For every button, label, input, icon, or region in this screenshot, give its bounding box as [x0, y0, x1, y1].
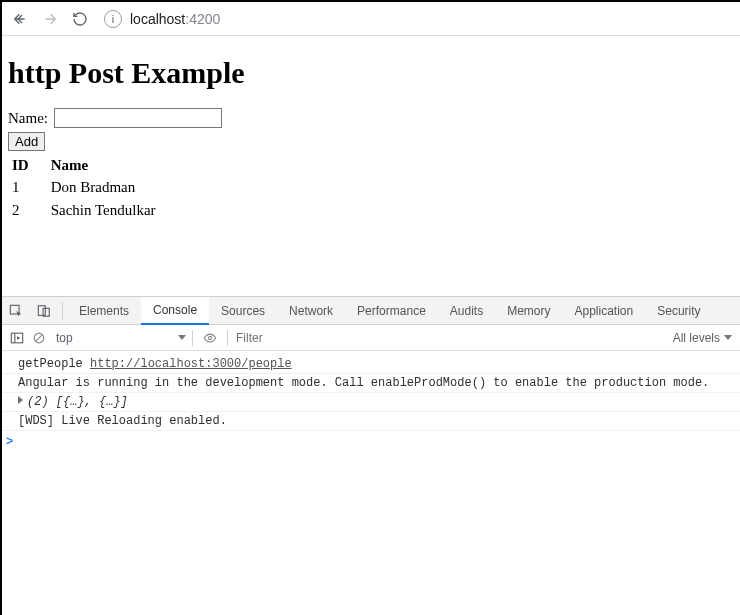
table-row: 2 Sachin Tendulkar: [8, 199, 174, 222]
tab-application[interactable]: Application: [563, 297, 646, 325]
chevron-down-icon: [178, 335, 186, 340]
tab-sources[interactable]: Sources: [209, 297, 277, 325]
console-output: getPeople http://localhost:3000/people A…: [2, 351, 740, 615]
address-bar[interactable]: localhost:4200: [130, 11, 220, 27]
console-line: [WDS] Live Reloading enabled.: [2, 412, 740, 431]
svg-marker-6: [17, 336, 21, 340]
name-form-row: Name:: [8, 108, 734, 128]
arrow-left-icon: [12, 11, 28, 27]
eye-icon: [203, 331, 217, 345]
console-line[interactable]: (2) [{…}, {…}]: [2, 393, 740, 412]
tab-network[interactable]: Network: [277, 297, 345, 325]
log-levels-selector[interactable]: All levels: [673, 331, 736, 345]
info-glyph: i: [112, 13, 114, 25]
forward-button[interactable]: [38, 7, 62, 31]
clear-console-button[interactable]: [28, 327, 50, 349]
console-toolbar: top All levels: [2, 325, 740, 351]
cell-id: 1: [8, 176, 47, 199]
cell-id: 2: [8, 199, 47, 222]
tab-memory[interactable]: Memory: [495, 297, 562, 325]
expand-triangle-icon[interactable]: [18, 396, 23, 404]
console-filter-input[interactable]: [234, 330, 673, 346]
site-info-icon[interactable]: i: [104, 10, 122, 28]
console-line: getPeople http://localhost:3000/people: [2, 355, 740, 374]
url-host: localhost: [130, 11, 185, 27]
console-text: getPeople: [18, 357, 90, 371]
add-button[interactable]: Add: [8, 132, 45, 151]
console-line: Angular is running in the development mo…: [2, 374, 740, 393]
sidebar-icon: [10, 331, 24, 345]
cell-name: Don Bradman: [47, 176, 174, 199]
context-selector[interactable]: top: [56, 331, 186, 345]
page-content: http Post Example Name: Add ID Name 1 Do…: [2, 36, 740, 296]
chevron-down-icon: [724, 335, 732, 340]
tab-console[interactable]: Console: [141, 297, 209, 325]
reload-icon: [72, 11, 88, 27]
live-expression-button[interactable]: [199, 327, 221, 349]
tab-security[interactable]: Security: [645, 297, 712, 325]
people-table: ID Name 1 Don Bradman 2 Sachin Tendulkar: [8, 155, 174, 222]
divider: [192, 330, 193, 346]
tab-performance[interactable]: Performance: [345, 297, 438, 325]
svg-line-8: [36, 334, 43, 341]
arrow-right-icon: [42, 11, 58, 27]
name-input[interactable]: [54, 108, 222, 128]
reload-button[interactable]: [68, 7, 92, 31]
browser-toolbar: i localhost:4200: [2, 2, 740, 36]
divider: [62, 302, 63, 320]
devtools-panel: Elements Console Sources Network Perform…: [2, 296, 740, 615]
page-title: http Post Example: [8, 56, 734, 90]
name-label: Name:: [8, 110, 48, 126]
console-link[interactable]: http://localhost:3000/people: [90, 357, 292, 371]
console-text: (2) [{…}, {…}]: [27, 395, 128, 409]
inspect-icon: [9, 304, 23, 318]
tab-elements[interactable]: Elements: [67, 297, 141, 325]
svg-point-9: [208, 336, 211, 339]
inspect-element-button[interactable]: [2, 297, 30, 325]
devtools-tabs: Elements Console Sources Network Perform…: [2, 297, 740, 325]
toggle-device-button[interactable]: [30, 297, 58, 325]
device-icon: [37, 304, 51, 318]
back-button[interactable]: [8, 7, 32, 31]
console-prompt[interactable]: >: [2, 431, 740, 449]
col-header-id: ID: [8, 155, 47, 176]
url-port: :4200: [185, 11, 220, 27]
table-row: 1 Don Bradman: [8, 176, 174, 199]
levels-label: All levels: [673, 331, 720, 345]
tab-audits[interactable]: Audits: [438, 297, 495, 325]
cell-name: Sachin Tendulkar: [47, 199, 174, 222]
svg-rect-2: [38, 305, 45, 315]
context-label: top: [56, 331, 73, 345]
col-header-name: Name: [47, 155, 174, 176]
ban-icon: [32, 331, 46, 345]
divider: [227, 330, 228, 346]
console-sidebar-toggle[interactable]: [6, 327, 28, 349]
